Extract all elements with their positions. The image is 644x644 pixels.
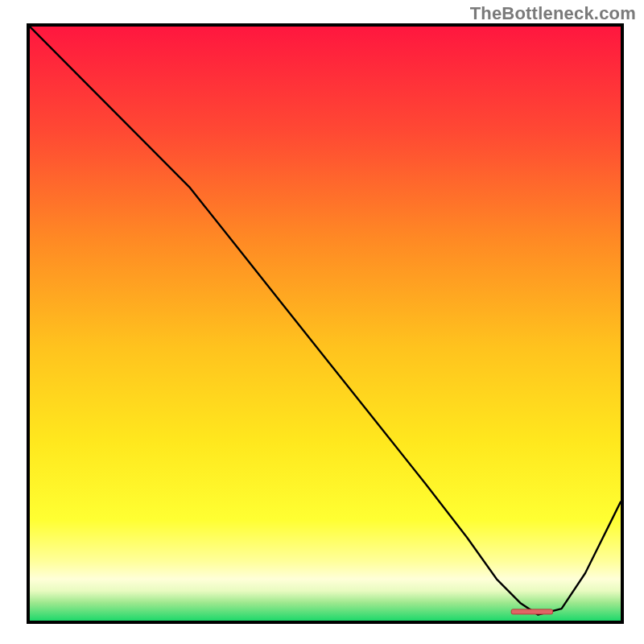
bottleneck-chart <box>30 27 621 621</box>
watermark-text: TheBottleneck.com <box>470 3 636 24</box>
optimum-marker <box>511 609 552 614</box>
chart-frame: TheBottleneck.com <box>0 0 644 644</box>
plot-area <box>27 23 624 624</box>
